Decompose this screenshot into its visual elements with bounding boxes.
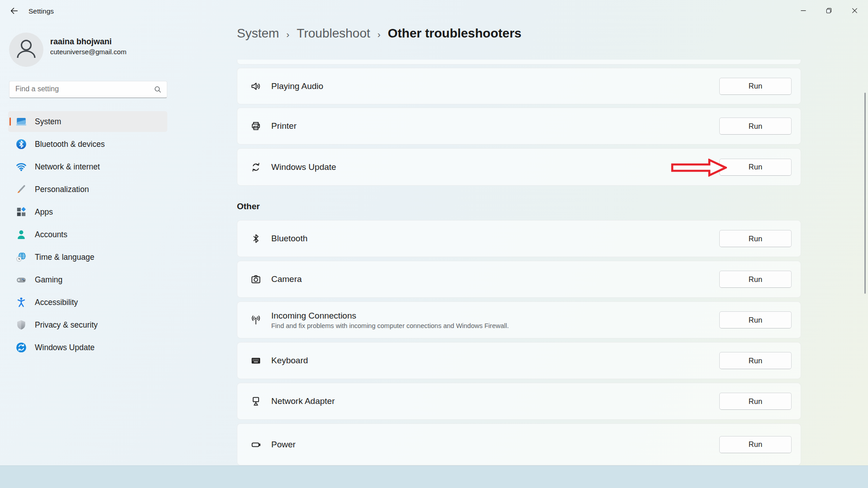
row-bluetooth: Bluetooth Run: [237, 220, 801, 257]
troubleshooter-label: Playing Audio: [271, 81, 323, 91]
accessibility-icon: [15, 296, 27, 308]
sidebar-item-label: Apps: [35, 207, 53, 217]
row-network-adapter: Network Adapter Run: [237, 383, 801, 420]
sync-icon: [250, 161, 262, 174]
sidebar-item-apps[interactable]: Apps: [8, 202, 167, 222]
accounts-icon: [15, 229, 27, 240]
troubleshooter-label: Camera: [271, 274, 302, 284]
troubleshooter-label: Bluetooth: [271, 234, 307, 244]
sidebar-item-bluetooth-devices[interactable]: Bluetooth & devices: [8, 134, 167, 155]
troubleshooter-label: Windows Update: [271, 162, 336, 172]
troubleshooter-label: Keyboard: [271, 356, 308, 366]
run-button-incoming-connections[interactable]: Run: [719, 311, 792, 328]
settings-window: Settings raaina bhojwani cuteuniverse@gm…: [0, 0, 868, 488]
personalization-icon: [15, 183, 27, 195]
run-button-network-adapter[interactable]: Run: [719, 393, 792, 410]
page-title: Other troubleshooters: [388, 26, 522, 41]
gaming-icon: [15, 274, 27, 286]
sidebar-item-personalization[interactable]: Personalization: [8, 179, 167, 200]
minimize-icon: [800, 7, 807, 15]
time-language-icon: [15, 251, 27, 263]
avatar[interactable]: [9, 33, 43, 67]
bluetooth-outline-icon: [250, 232, 262, 245]
troubleshooter-description: Find and fix problems with incoming comp…: [271, 322, 509, 329]
sidebar-item-privacy-security[interactable]: Privacy & security: [8, 314, 167, 335]
troubleshooter-text: Incoming Connections Find and fix proble…: [271, 311, 509, 329]
breadcrumb-troubleshoot[interactable]: Troubleshoot: [297, 26, 370, 41]
sidebar-item-gaming[interactable]: Gaming: [8, 269, 167, 290]
back-button[interactable]: [5, 5, 23, 19]
troubleshooter-label: Power: [271, 440, 296, 450]
shield-icon: [15, 319, 27, 331]
restore-icon: [826, 7, 832, 16]
row-camera: Camera Run: [237, 261, 801, 298]
row-keyboard: Keyboard Run: [237, 342, 801, 379]
troubleshooter-label: Printer: [271, 121, 297, 131]
sidebar-item-time-language[interactable]: Time & language: [8, 247, 167, 267]
sidebar-item-accounts[interactable]: Accounts: [8, 224, 167, 245]
profile-email: cuteuniverse@gmail.com: [50, 48, 127, 56]
back-arrow-icon: [9, 6, 19, 18]
close-button[interactable]: [844, 0, 865, 23]
sidebar-item-label: Privacy & security: [35, 320, 98, 330]
battery-icon: [250, 438, 262, 451]
profile-name: raaina bhojwani: [50, 37, 112, 47]
sidebar-item-windows-update[interactable]: Windows Update: [8, 337, 167, 358]
sidebar-item-label: Accessibility: [35, 298, 78, 307]
search-input[interactable]: [9, 81, 149, 93]
sidebar-item-system[interactable]: System: [8, 111, 167, 132]
minimize-button[interactable]: [793, 0, 814, 23]
breadcrumb-system[interactable]: System: [237, 26, 279, 41]
row-playing-audio: Playing Audio Run: [237, 68, 801, 104]
search-icon: [153, 85, 162, 96]
apps-icon: [15, 206, 27, 218]
selected-indicator: [9, 117, 11, 126]
annotation-arrow-icon: [671, 159, 727, 178]
run-button-bluetooth[interactable]: Run: [719, 230, 792, 247]
sidebar-item-accessibility[interactable]: Accessibility: [8, 292, 167, 313]
row-power: Power Run: [237, 423, 801, 465]
breadcrumb: System › Troubleshoot › Other troublesho…: [237, 26, 521, 41]
troubleshooter-label: Incoming Connections: [271, 311, 509, 321]
run-button-printer[interactable]: Run: [719, 117, 792, 135]
app-title: Settings: [28, 7, 54, 15]
sidebar-item-label: Network & internet: [35, 162, 100, 172]
troubleshooter-label: Network Adapter: [271, 396, 335, 406]
network-icon: [15, 161, 27, 173]
run-button-camera[interactable]: Run: [719, 271, 792, 288]
sidebar-item-label: Accounts: [35, 230, 67, 239]
row-printer: Printer Run: [237, 108, 801, 145]
person-icon: [9, 32, 43, 68]
printer-icon: [250, 120, 262, 132]
antenna-icon: [250, 314, 262, 326]
restore-button[interactable]: [818, 0, 839, 23]
partial-card: [237, 60, 801, 65]
sidebar-item-label: Personalization: [35, 185, 89, 194]
sidebar-item-label: Time & language: [35, 253, 94, 262]
section-header-other: Other: [237, 202, 260, 211]
chevron-right-icon: ›: [377, 29, 381, 40]
camera-icon: [250, 273, 262, 286]
keyboard-icon: [250, 354, 262, 367]
sidebar-item-label: Gaming: [35, 275, 62, 285]
row-incoming-connections: Incoming Connections Find and fix proble…: [237, 301, 801, 338]
windows-update-icon: [15, 342, 27, 353]
run-button-keyboard[interactable]: Run: [719, 352, 792, 369]
sidebar-item-label: Windows Update: [35, 343, 94, 352]
run-button-windows-update[interactable]: Run: [719, 159, 792, 176]
find-setting-searchbox[interactable]: [9, 81, 167, 98]
sidebar-item-network-internet[interactable]: Network & internet: [8, 156, 167, 177]
speaker-icon: [250, 80, 262, 93]
bluetooth-icon: [15, 138, 27, 150]
sidebar-item-label: Bluetooth & devices: [35, 140, 105, 149]
sidebar-item-label: System: [35, 117, 61, 127]
chevron-right-icon: ›: [286, 29, 289, 40]
run-button-power[interactable]: Run: [719, 436, 792, 453]
close-icon: [851, 7, 858, 16]
run-button-playing-audio[interactable]: Run: [719, 78, 792, 95]
system-icon: [15, 116, 27, 127]
monitor-icon: [250, 395, 262, 408]
taskbar: [0, 465, 868, 488]
scrollbar[interactable]: [864, 93, 866, 294]
